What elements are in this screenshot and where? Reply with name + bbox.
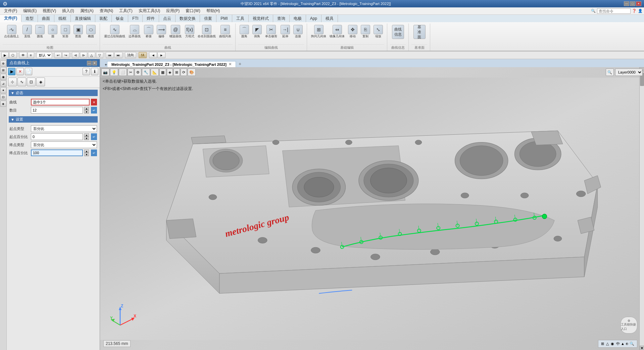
vp-btn-more3[interactable]: 📐 <box>151 69 159 76</box>
ts-mode-select[interactable]: 默认 <box>37 52 52 58</box>
tab-electrode[interactable]: 电极 <box>290 15 306 22</box>
start-type-select[interactable]: 百分比 <box>31 125 97 132</box>
tab-sheet-metal[interactable]: 钣金 <box>112 15 128 22</box>
btn-curve-through-pts[interactable]: ∿ 通过点绘制曲线 <box>103 24 127 39</box>
vp-btn-display[interactable]: ⬜ <box>119 69 127 76</box>
start-pct-input[interactable] <box>31 133 83 140</box>
vp-btn-more6[interactable]: ⊞ <box>174 69 180 76</box>
count-spin-down[interactable]: ▼ <box>84 110 89 114</box>
sidebar-icon-4[interactable]: ⊿ <box>0 81 6 87</box>
menu-help[interactable]: 帮助(H) <box>204 7 223 14</box>
ts-next-dir[interactable]: ► <box>157 52 165 58</box>
tab-weld[interactable]: 焊件 <box>143 15 159 22</box>
vp-layer-select[interactable]: Layer0000 <box>615 69 643 76</box>
btn-point-on-curve[interactable]: ·∿ 点在曲线上 <box>3 24 20 39</box>
menu-utilities[interactable]: 实用工具(U) <box>136 7 163 14</box>
tab-main-doc-close[interactable]: ✕ <box>229 62 232 67</box>
panel-mode-1[interactable]: ⊹ <box>8 78 17 86</box>
ts-select-btn[interactable]: ▶ <box>1 52 9 58</box>
tab-query[interactable]: 查询 <box>273 15 290 22</box>
count-apply-btn[interactable]: ↵ <box>91 107 97 114</box>
sidebar-icon-7[interactable]: ◈ <box>0 101 6 107</box>
panel-confirm-btn[interactable]: ▶ <box>8 68 15 75</box>
count-spin-up[interactable]: ▲ <box>84 107 89 110</box>
curve-clear-btn[interactable]: ✕ <box>91 99 97 105</box>
panel-close-btn[interactable]: ✕ <box>92 61 97 65</box>
start-pct-spin-up[interactable]: ▲ <box>84 133 89 137</box>
btn-copy[interactable]: ⎘ 复制 <box>359 24 371 39</box>
panel-mode-4[interactable]: ◈ <box>36 78 45 86</box>
vp-btn-more8[interactable]: 🎨 <box>188 69 196 76</box>
ts-normal-label[interactable]: 法向 <box>125 52 136 58</box>
count-input[interactable] <box>31 107 83 114</box>
tab-point-cloud[interactable]: 点云 <box>159 15 176 22</box>
curve-input[interactable] <box>31 99 90 105</box>
ts-layer-btn[interactable]: ≡ <box>28 52 34 58</box>
ts-undo-btn[interactable]: ↩ <box>54 52 62 58</box>
start-pct-apply-btn[interactable]: ↵ <box>91 133 97 140</box>
window-buttons[interactable]: — □ ✕ <box>624 1 641 6</box>
tab-backup[interactable]: 倍案 <box>200 15 216 22</box>
panel-help-btn[interactable]: ? <box>83 68 90 75</box>
menu-tools[interactable]: 工具(T) <box>116 7 135 14</box>
btn-helix[interactable]: @ 螺旋曲线 <box>168 24 183 39</box>
btn-arc[interactable]: ⌒ 圆弧 <box>34 24 46 39</box>
close-button[interactable]: ✕ <box>636 1 641 6</box>
end-pct-input[interactable] <box>31 149 83 156</box>
tab-modeling[interactable]: 造型 <box>21 15 38 22</box>
ts-dir-2[interactable]: ⏭ <box>114 52 122 58</box>
sidebar-icon-5[interactable]: ✦ <box>0 87 6 93</box>
ts-filter-btn[interactable]: ⬡ <box>9 52 17 58</box>
btn-fillet[interactable]: ⌒ 圆角 <box>238 24 250 39</box>
btn-curve-list[interactable]: ≡ 曲线列表 <box>218 24 233 39</box>
tab-pmi[interactable]: PMI <box>216 15 232 22</box>
vp-search-btn[interactable]: 🔍 <box>606 69 614 76</box>
ts-angle-1[interactable]: ⊲ <box>72 52 79 58</box>
tab-mold[interactable]: 模具 <box>321 15 338 22</box>
btn-curve-info[interactable]: 曲线信息 <box>391 24 405 40</box>
menu-properties[interactable]: 属性(A) <box>78 7 96 14</box>
panel-mode-2[interactable]: ∿ <box>17 78 26 86</box>
menu-view[interactable]: 视图(V) <box>40 7 59 14</box>
vp-btn-light[interactable]: 💡 <box>110 69 118 76</box>
btn-bridge[interactable]: ⌒ 桥接 <box>143 24 155 39</box>
tab-fti[interactable]: FTI <box>128 15 143 22</box>
ts-redo-btn[interactable]: ↪ <box>62 52 69 58</box>
panel-cancel-btn[interactable]: ✕ <box>16 68 24 75</box>
tab-assembly[interactable]: 装配 <box>95 15 112 22</box>
btn-datum-plane[interactable]: 基准面 <box>412 24 427 40</box>
menu-window[interactable]: 窗口(W) <box>183 7 203 14</box>
menu-edit[interactable]: 编辑(E) <box>20 7 39 14</box>
btn-rect[interactable]: □ 矩形 <box>59 24 71 39</box>
menu-query[interactable]: 查询(N) <box>97 7 116 14</box>
sidebar-icon-6[interactable]: ⊡ <box>0 94 6 100</box>
tab-surface[interactable]: 曲面 <box>38 15 54 22</box>
btn-circle[interactable]: ○ 圆 <box>47 24 59 39</box>
scroll-track[interactable] <box>640 72 644 346</box>
sidebar-icon-3[interactable]: ◉ <box>0 74 6 80</box>
tab-add-btn[interactable]: + <box>236 60 244 67</box>
ts-fa-btn[interactable]: fA <box>139 52 147 58</box>
tab-data-exchange[interactable]: 数据交换 <box>176 15 200 22</box>
tab-wireframe[interactable]: 线框 <box>54 15 71 22</box>
panel-minimize-btn[interactable]: — <box>87 61 92 65</box>
btn-region[interactable]: ▣ 图面 <box>72 24 84 39</box>
right-scrollbar[interactable]: ▲ ▼ <box>639 67 644 350</box>
btn-join[interactable]: ∪ 连接 <box>292 24 304 39</box>
vp-btn-more1[interactable]: ⚙ <box>135 69 141 76</box>
menu-file[interactable]: 文件(F) <box>1 7 20 14</box>
end-type-select[interactable]: 百分比 <box>31 141 97 148</box>
panel-info-btn[interactable]: ℹ <box>91 68 98 75</box>
tab-app[interactable]: App <box>306 15 321 22</box>
vp-btn-more5[interactable]: ◈ <box>167 69 173 76</box>
btn-boundary-curve[interactable]: ⌓ 边界曲线 <box>127 24 142 39</box>
ts-prev-dir[interactable]: ◄ <box>149 52 157 58</box>
search-input[interactable] <box>597 8 631 14</box>
end-pct-apply-btn[interactable]: ↵ <box>91 149 97 156</box>
btn-equation[interactable]: f(x) 方程式 <box>184 24 196 39</box>
btn-scale[interactable]: ⤡ 缩放 <box>372 24 384 39</box>
btn-mirror-geo[interactable]: ⇔ 镜像几何体 <box>328 24 346 39</box>
tab-direct-edit[interactable]: 直接编辑 <box>71 15 95 22</box>
panel-new-btn[interactable]: 📄 <box>25 68 32 75</box>
btn-move[interactable]: ✥ 移动 <box>347 24 359 39</box>
